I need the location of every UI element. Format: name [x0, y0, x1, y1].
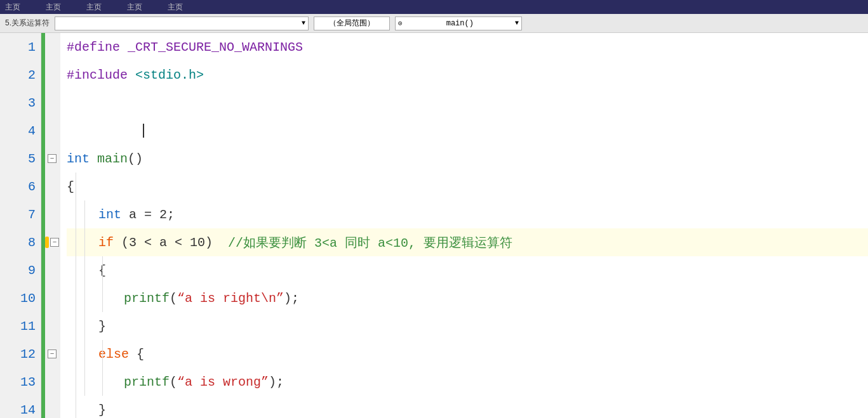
file-dropdown[interactable]: ▼: [55, 16, 309, 30]
function-dropdown[interactable]: ⊙ main() ▼: [395, 16, 522, 30]
token-a-assign: a = 2;: [121, 207, 175, 222]
token-printf-2: printf: [124, 375, 170, 389]
line-num-10: 10: [0, 284, 41, 312]
indent-guide-18: [84, 368, 85, 396]
code-line-6: {: [67, 173, 868, 200]
function-text: main(): [446, 19, 474, 28]
fold-main-icon[interactable]: −: [48, 154, 57, 163]
scope-text: （全局范围）: [329, 18, 375, 29]
token-close-brace-if: }: [98, 319, 106, 334]
token-printf-1-paren: (: [170, 291, 177, 306]
code-line-13: printf ( “a is wrong” );: [67, 368, 868, 396]
file-label: 5.关系运算符: [5, 18, 50, 29]
code-line-4: [67, 117, 868, 145]
indent-guide-9: [76, 284, 76, 312]
editor: 1 2 3 4 5 6 7 8 9 10 11 12 13 14 −: [0, 33, 868, 418]
code-line-3: [67, 89, 868, 117]
indent-guide-12: [76, 312, 76, 340]
token-int-main: int: [67, 152, 97, 166]
token-printf-1: printf: [124, 291, 170, 306]
line-num-1: 1: [0, 33, 41, 61]
indent-guide-16: [102, 340, 103, 368]
indent-guide-20: [76, 396, 76, 418]
fold-else-icon[interactable]: −: [48, 349, 57, 358]
topbar-item-5[interactable]: 主页: [168, 2, 183, 13]
line-num-14: 14: [0, 396, 41, 418]
indent-guide-7: [84, 256, 85, 284]
line-num-9: 9: [0, 256, 41, 284]
token-close-brace-last: }: [98, 403, 106, 417]
toolbar: 5.关系运算符 ▼ （全局范围） ⊙ main() ▼: [0, 14, 868, 33]
line-num-8: 8: [0, 228, 41, 256]
top-bar: 主页 主页 主页 主页 主页: [0, 0, 868, 14]
topbar-item-3[interactable]: 主页: [86, 2, 102, 13]
indent-guide-13: [84, 312, 85, 340]
token-define-1: #define: [67, 40, 128, 55]
code-line-9: {: [67, 256, 868, 284]
code-line-7: int a = 2;: [67, 200, 868, 228]
code-line-5: int main (): [67, 145, 868, 173]
token-if-cond: (3 < a < 10): [114, 235, 228, 250]
code-line-11: }: [67, 312, 868, 340]
line-num-4: 4: [0, 117, 41, 145]
token-include: #include: [67, 68, 135, 82]
token-parens: (): [128, 152, 143, 166]
function-icon: ⊙: [398, 19, 403, 27]
token-printf-2-paren: (: [170, 375, 177, 389]
indent-guide-15: [84, 340, 85, 368]
line-numbers: 1 2 3 4 5 6 7 8 9 10 11 12 13 14: [0, 33, 41, 418]
function-arrow-icon: ▼: [515, 20, 519, 27]
fold-if-icon[interactable]: −: [50, 238, 59, 247]
cursor-placeholder: [67, 124, 144, 138]
code-line-12: else {: [67, 340, 868, 368]
indent-guide-8: [102, 256, 103, 284]
line-num-3: 3: [0, 89, 41, 117]
token-printf-2-str: “a is wrong”: [177, 375, 269, 389]
token-else-brace: {: [129, 347, 144, 362]
line-num-12: 12: [0, 340, 41, 368]
token-comment-8: //如果要判断 3<a 同时 a<10, 要用逻辑运算符: [228, 234, 512, 251]
indent-guide-11: [102, 284, 103, 312]
line-num-13: 13: [0, 368, 41, 396]
code-line-10: printf ( “a is right\n” );: [67, 284, 868, 312]
scope-dropdown[interactable]: （全局范围）: [314, 16, 390, 30]
line-num-2: 2: [0, 61, 41, 89]
token-printf-1-close: );: [284, 291, 299, 306]
token-define-value-1: _CRT_SECURE_NO_WARNINGS: [128, 40, 303, 55]
text-cursor: [143, 124, 144, 138]
line-num-5: 5: [0, 145, 41, 173]
token-printf-2-close: );: [269, 375, 284, 389]
token-else: else: [98, 347, 129, 362]
token-include-file: <stdio.h>: [135, 68, 204, 82]
code-area[interactable]: #define _CRT_SECURE_NO_WARNINGS #include…: [60, 33, 868, 418]
indent-guide-4: [76, 228, 76, 256]
line-num-11: 11: [0, 312, 41, 340]
indent-guide-1: [76, 173, 76, 200]
indent-guide-14: [76, 340, 76, 368]
line-num-7: 7: [0, 200, 41, 228]
indent-guide-2: [76, 200, 76, 228]
indent-guide-6: [76, 256, 76, 284]
indent-guide-5: [84, 228, 85, 256]
indent-guide-10: [84, 284, 85, 312]
token-main: main: [97, 152, 128, 166]
indent-guide-3: [84, 200, 85, 228]
code-line-14: }: [67, 396, 868, 418]
topbar-item-1[interactable]: 主页: [5, 2, 20, 13]
indent-guide-19: [102, 368, 103, 396]
code-line-1: #define _CRT_SECURE_NO_WARNINGS: [67, 33, 868, 61]
indent-guide-17: [76, 368, 76, 396]
gutter: − − −: [41, 33, 60, 418]
token-open-brace-1: {: [67, 180, 74, 194]
code-line-2: #include <stdio.h>: [67, 61, 868, 89]
token-if: if: [98, 235, 114, 250]
line-num-6: 6: [0, 173, 41, 200]
topbar-item-2[interactable]: 主页: [46, 2, 61, 13]
warning-dot: [45, 237, 49, 248]
topbar-item-4[interactable]: 主页: [127, 2, 142, 13]
token-printf-1-str: “a is right\n”: [177, 291, 284, 306]
code-line-8: if (3 < a < 10) //如果要判断 3<a 同时 a<10, 要用逻…: [67, 228, 868, 256]
token-int-a: int: [98, 207, 121, 222]
dropdown-arrow-icon: ▼: [302, 20, 305, 27]
